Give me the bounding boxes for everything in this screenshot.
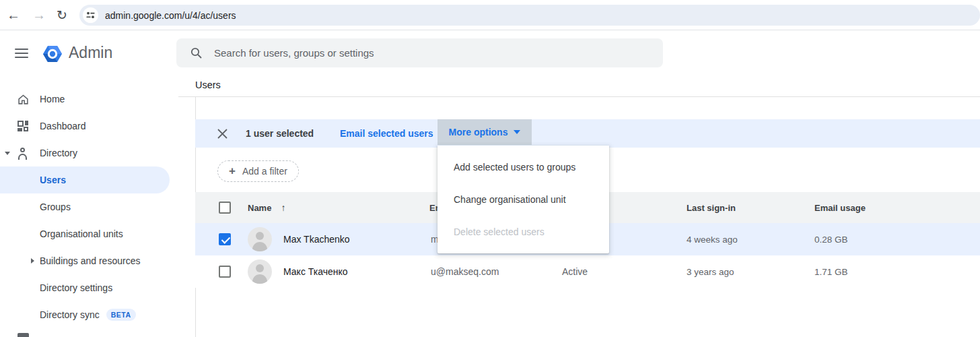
address-bar[interactable]: admin.google.com/u/4/ac/users xyxy=(79,5,980,26)
user-email-usage: 1.71 GB xyxy=(814,255,848,288)
clipped-sidebar-icon xyxy=(18,333,29,337)
browser-back-button[interactable]: ← xyxy=(4,0,23,30)
user-last-sign-in: 3 years ago xyxy=(687,255,734,288)
user-email-usage: 0.28 GB xyxy=(814,223,848,255)
selection-toolbar: 1 user selected Email selected users Mor… xyxy=(195,119,980,148)
select-all-checkbox[interactable] xyxy=(219,202,231,214)
more-options-button[interactable]: More options xyxy=(438,119,532,145)
email-selected-users-button[interactable]: Email selected users xyxy=(340,119,433,148)
sidebar-item-users[interactable]: Users xyxy=(0,166,195,193)
chevron-right-icon[interactable] xyxy=(31,258,34,264)
dropdown-caret-icon xyxy=(514,130,520,134)
url-text: admin.google.com/u/4/ac/users xyxy=(105,10,236,21)
sidebar-item-home[interactable]: Home xyxy=(0,86,195,113)
directory-person-icon xyxy=(18,148,29,159)
site-info-icon[interactable] xyxy=(83,7,98,23)
plus-icon: + xyxy=(229,164,236,178)
content-divider xyxy=(178,96,980,97)
beta-badge: BETA xyxy=(106,309,136,321)
add-filter-button[interactable]: + Add a filter xyxy=(217,160,299,182)
sidebar-item-dashboard[interactable]: Dashboard xyxy=(0,113,195,140)
search-placeholder: Search for users, groups or settings xyxy=(214,47,374,59)
user-name[interactable]: Max Tkachenko xyxy=(283,223,350,255)
user-name[interactable]: Макс Ткаченко xyxy=(283,255,348,288)
more-options-menu: Add selected users to groups Change orga… xyxy=(438,146,609,253)
sidebar-item-organisational-units[interactable]: Organisational units xyxy=(0,220,195,247)
menu-item-add-selected-users-to-groups[interactable]: Add selected users to groups xyxy=(438,151,609,183)
search-input[interactable]: Search for users, groups or settings xyxy=(176,38,663,67)
sort-ascending-icon: ↑ xyxy=(281,202,285,213)
row-checkbox[interactable] xyxy=(219,266,231,278)
google-admin-logo-icon xyxy=(40,42,65,66)
home-icon xyxy=(18,94,29,105)
selection-count: 1 user selected xyxy=(246,119,314,148)
sidebar-item-groups[interactable]: Groups xyxy=(0,193,195,220)
sidebar-item-directory-settings[interactable]: Directory settings xyxy=(0,274,195,301)
menu-hamburger-icon[interactable] xyxy=(15,49,28,58)
browser-toolbar: ← → ↻ admin.google.com/u/4/ac/users xyxy=(0,0,980,30)
browser-reload-button[interactable]: ↻ xyxy=(53,0,71,30)
page-title: Users xyxy=(195,80,221,90)
sidebar: Home Dashboard Directory Users Groups Or… xyxy=(0,86,195,328)
table-row[interactable]: Макс Ткаченко u@makseq.com Active 3 year… xyxy=(195,255,980,288)
clear-selection-button[interactable] xyxy=(211,119,233,148)
search-icon xyxy=(190,47,202,59)
sidebar-item-directory-sync[interactable]: Directory syncBETA xyxy=(0,301,195,328)
sidebar-item-buildings-and-resources[interactable]: Buildings and resources xyxy=(0,247,195,274)
column-header-name[interactable]: Name ↑ xyxy=(248,192,285,223)
chevron-down-icon[interactable] xyxy=(5,152,10,155)
user-last-sign-in: 4 weeks ago xyxy=(687,223,738,255)
browser-forward-button[interactable]: → xyxy=(30,0,48,30)
selected-pill xyxy=(0,166,170,193)
column-header-email-usage[interactable]: Email usage xyxy=(814,192,866,223)
avatar xyxy=(248,259,272,284)
column-header-last-sign-in[interactable]: Last sign-in xyxy=(687,192,736,223)
user-status: Active xyxy=(562,255,588,288)
avatar xyxy=(248,227,272,251)
app-name: Admin xyxy=(69,44,112,62)
close-icon xyxy=(217,129,228,139)
user-email: u@makseq.com xyxy=(431,255,499,288)
dashboard-icon xyxy=(18,121,28,131)
sidebar-item-directory[interactable]: Directory xyxy=(0,140,195,166)
menu-item-change-organisational-unit[interactable]: Change organisational unit xyxy=(438,183,609,216)
row-checkbox-checked[interactable] xyxy=(219,233,231,245)
menu-item-delete-selected-users: Delete selected users xyxy=(438,216,609,248)
